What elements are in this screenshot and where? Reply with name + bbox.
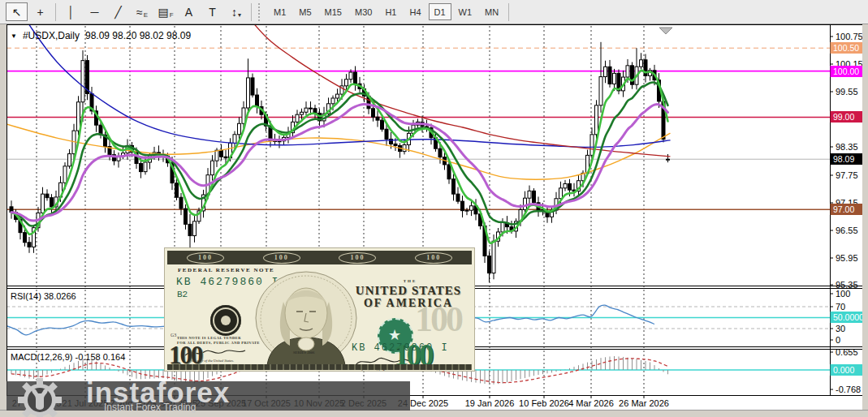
ohlc-values: 98.09 98.20 98.02 98.09	[85, 30, 191, 41]
instaforex-watermark: instaforex Instant Forex Trading	[6, 381, 410, 411]
tool-crosshair-tool[interactable]: +	[29, 2, 51, 21]
banknote-ornament-100: 100	[187, 252, 224, 264]
price-badge-label: 100.00	[833, 67, 859, 76]
banknote-country-line1: UNITED STATES	[345, 284, 472, 298]
rsi-tick-label: 100	[836, 289, 850, 299]
timeframe-H4[interactable]: H4	[404, 3, 426, 20]
banknote-ornament-100: 100	[415, 252, 452, 264]
price-tick-label: 96.55	[836, 226, 858, 235]
banknote-watermark-100: 100	[415, 299, 461, 340]
instaforex-tagline: Instant Forex Trading	[104, 402, 196, 413]
federal-reserve-seal	[210, 305, 241, 336]
timeframe-D1[interactable]: D1	[429, 3, 451, 20]
symbol-dropdown-icon[interactable]: ▼	[11, 32, 17, 40]
banknote-top-ornament: 100 100 100 100	[167, 251, 472, 264]
banknote-plate-letter: G3	[171, 333, 176, 337]
rsi-tick-label: 70	[836, 302, 845, 312]
macd-tick-label: 0.655	[836, 347, 858, 357]
tool-trendline-tool[interactable]: ╱	[107, 2, 129, 21]
date-label: 19 Jan 2026	[465, 398, 515, 408]
price-badge-label: 100.50	[833, 43, 859, 53]
date-label: 26 Mar 2026	[619, 398, 669, 408]
tool-fibonacci-tool[interactable]: ▤F	[154, 2, 176, 21]
banknote-series: SERIES 2006	[293, 350, 314, 355]
price-badge-label: 97.00	[833, 204, 854, 214]
candlestick-series	[10, 42, 670, 282]
price-badge-label: 50.0000	[833, 312, 864, 322]
tool-label-tool[interactable]: T	[201, 2, 223, 21]
symbol-title: #USDX,Daily	[23, 30, 80, 41]
dollar-banknote-image: 100 100 100 100 FEDERAL RESERVE NOTE KB …	[164, 247, 475, 372]
timeframe-H1[interactable]: H1	[379, 3, 402, 20]
toolbar-separator	[508, 3, 509, 21]
price-badge-label: 0.000	[833, 365, 854, 375]
window-left-edge	[0, 24, 6, 410]
rsi-tick-label: 0	[836, 335, 840, 345]
rsi-indicator-label: RSI(14) 38.0266	[11, 291, 76, 301]
timeframe-W1[interactable]: W1	[453, 3, 478, 20]
toolbar-grip	[258, 3, 264, 21]
tool-horizontal-line-tool[interactable]: ─	[84, 2, 106, 21]
tool-equidistant-channel-tool[interactable]: ≈E	[131, 2, 153, 21]
price-tick-label: 100.75	[836, 32, 863, 41]
price-tick-label: 97.75	[836, 170, 858, 180]
price-tick-label: 98.35	[836, 142, 858, 152]
chart-shift-marker	[659, 28, 672, 34]
ma-purple	[11, 104, 668, 221]
banknote-the: THE	[350, 279, 470, 283]
tool-cursor-tool[interactable]: ↖	[6, 2, 28, 21]
instaforex-gear-bull-icon	[16, 375, 63, 417]
tool-arrows-tool[interactable]: ↕▾	[225, 2, 247, 21]
timeframe-MN[interactable]: MN	[479, 3, 504, 20]
macd-tick-label: -0.768	[836, 385, 861, 394]
banknote-bottom-ornament	[167, 364, 472, 370]
price-tick-label: 99.55	[836, 87, 858, 97]
chart-title-row: ▼ #USDX,Daily 98.09 98.20 98.02 98.09	[11, 30, 191, 41]
macd-indicator-label: MACD(12,26,9) -0.158 0.164	[11, 352, 125, 362]
timeframe-M30[interactable]: M30	[349, 3, 378, 20]
price-tick-label: 95.95	[836, 253, 858, 263]
banknote-legal-text-1: THIS NOTE IS LEGAL TENDER	[177, 336, 241, 340]
banknote-ornament-100: 100	[339, 252, 376, 264]
rsi-tick-label: 30	[836, 324, 845, 333]
date-label: 4 Mar 2026	[568, 398, 614, 408]
price-badge-label: 99.00	[833, 112, 854, 122]
banknote-ornament-100: 100	[263, 252, 300, 264]
timeframe-M15[interactable]: M15	[319, 3, 348, 20]
window-right-edge	[862, 24, 868, 410]
toolbar-separator	[55, 3, 56, 21]
toolbar: ↖+│─╱≈E▤FAT↕▾M1M5M15M30H1H4D1W1MN	[0, 0, 868, 24]
date-label: 10 Feb 2026	[519, 398, 569, 408]
toolbar-separator	[251, 3, 252, 21]
price-badge-label: 98.09	[833, 154, 854, 164]
timeframe-M1[interactable]: M1	[268, 3, 291, 20]
timeframe-M5[interactable]: M5	[293, 3, 317, 20]
tool-vertical-line-tool[interactable]: │	[60, 2, 82, 21]
banknote-plate-id: B2	[177, 290, 188, 299]
tool-text-tool[interactable]: A	[178, 2, 200, 21]
